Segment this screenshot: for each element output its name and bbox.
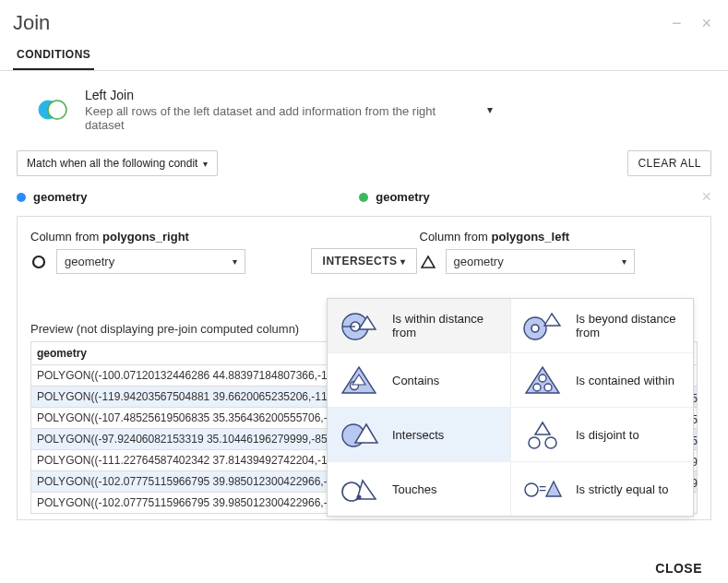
operator-option-label: Contains [392, 374, 439, 387]
left-column-name: geometry [33, 190, 88, 204]
operator-option-label: Is disjoint to [576, 428, 639, 442]
left-dataset-dot-icon [17, 193, 26, 202]
beyond-distance-icon [522, 310, 563, 341]
remove-condition-icon[interactable]: × [702, 187, 712, 207]
operator-option-touches[interactable]: Touches [328, 462, 510, 516]
svg-point-7 [531, 325, 539, 332]
chevron-down-icon: ▾ [487, 103, 500, 116]
join-type-selector[interactable]: Left Join Keep all rows of the left data… [0, 71, 517, 139]
within-distance-icon [339, 310, 379, 341]
disjoint-icon [522, 419, 563, 450]
dialog-title: Join [13, 11, 50, 35]
operator-option-contains[interactable]: Contains [328, 353, 510, 408]
operator-option-label: Is within distance from [392, 312, 499, 339]
svg-point-14 [545, 437, 556, 448]
svg-text:=: = [539, 482, 546, 496]
dialog-footer: CLOSE [0, 555, 728, 583]
join-type-title: Left Join [85, 88, 471, 102]
left-column-select[interactable]: geometry ▾ [56, 249, 245, 274]
operator-option-contained-within[interactable]: Is contained within [510, 353, 693, 408]
right-column-select[interactable]: geometry ▾ [446, 249, 635, 274]
right-column-label: Column from polygons_left [420, 230, 698, 244]
right-column-value: geometry [454, 255, 504, 268]
spatial-operator-dropdown: Is within distance fromIs beyond distanc… [327, 298, 694, 517]
close-icon[interactable]: × [701, 14, 711, 33]
svg-point-2 [33, 256, 44, 268]
left-column-label: Column from polygons_right [30, 230, 309, 244]
operator-option-label: Is contained within [576, 374, 674, 387]
minimize-icon[interactable]: − [672, 14, 682, 33]
operator-option-within-distance[interactable]: Is within distance from [328, 299, 510, 353]
match-mode-label: Match when all the following condit [27, 157, 197, 170]
chevron-down-icon: ▾ [622, 256, 627, 267]
touches-icon [339, 473, 379, 505]
left-column-value: geometry [65, 255, 114, 268]
contains-icon [339, 364, 379, 396]
operator-option-strictly-equal[interactable]: =Is strictly equal to [510, 462, 693, 516]
operator-option-label: Intersects [392, 428, 444, 442]
svg-point-16 [357, 495, 362, 500]
right-column-name: geometry [376, 190, 430, 204]
operator-option-beyond-distance[interactable]: Is beyond distance from [510, 299, 693, 353]
operator-option-label: Is beyond distance from [576, 312, 682, 339]
svg-point-9 [533, 384, 541, 391]
conditions-toolbar: Match when all the following condit CLEA… [0, 139, 728, 184]
circle-icon [30, 254, 47, 270]
operator-option-label: Touches [392, 482, 436, 496]
tab-bar: CONDITIONS [0, 42, 728, 71]
spatial-operator-select[interactable]: INTERSECTS [311, 248, 418, 274]
strictly-equal-icon: = [522, 473, 563, 505]
dialog-header: Join − × [0, 0, 728, 42]
operator-option-label: Is strictly equal to [576, 482, 668, 496]
clear-all-button[interactable]: CLEAR ALL [627, 150, 711, 176]
tab-conditions[interactable]: CONDITIONS [13, 42, 94, 70]
join-type-desc: Keep all rows of the left dataset and ad… [85, 104, 471, 132]
triangle-icon [420, 254, 436, 270]
intersects-icon [339, 419, 379, 450]
left-join-icon [37, 99, 68, 121]
svg-point-1 [48, 101, 66, 119]
svg-point-13 [529, 437, 540, 448]
svg-point-11 [539, 375, 546, 382]
operator-option-intersects[interactable]: Intersects [328, 408, 510, 462]
close-button[interactable]: CLOSE [655, 561, 702, 576]
condition-header: geometry geometry × [0, 184, 728, 216]
right-dataset-dot-icon [359, 193, 368, 202]
chevron-down-icon: ▾ [233, 256, 237, 267]
match-mode-select[interactable]: Match when all the following condit [17, 150, 218, 176]
contained-within-icon [522, 364, 563, 396]
svg-point-17 [525, 483, 538, 496]
svg-point-10 [544, 384, 552, 391]
operator-option-disjoint[interactable]: Is disjoint to [510, 408, 693, 462]
